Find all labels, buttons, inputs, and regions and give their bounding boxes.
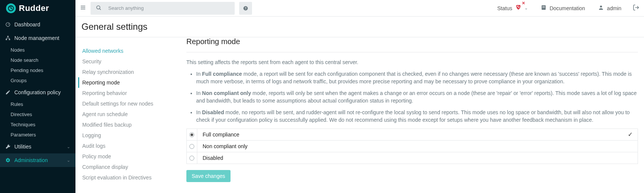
sidebar-sub-rules[interactable]: Rules — [0, 99, 75, 109]
chevron-down-icon: ⌄ — [524, 6, 528, 11]
radio-cell[interactable] — [187, 152, 197, 164]
search-box — [91, 2, 235, 15]
sidebar-sub-directives[interactable]: Directives — [0, 109, 75, 119]
subnav-item[interactable]: Script evaluation in Directives — [82, 172, 181, 183]
search-icon — [96, 5, 101, 12]
sidebar-sub-parameters[interactable]: Parameters — [0, 130, 75, 140]
documentation-link[interactable]: Documentation — [541, 5, 585, 12]
page-header: General settings — [75, 17, 644, 37]
divider — [186, 52, 638, 52]
brand-logo-icon — [6, 3, 16, 13]
sidebar-label: Utilities — [14, 144, 31, 150]
option-label: Full compliance — [197, 129, 623, 140]
sidebar-sub-groups[interactable]: Groups — [0, 75, 75, 86]
topbar: ? Status ✕ ⌄ Documentation admin — [75, 0, 644, 17]
radio-cell[interactable] — [187, 129, 197, 140]
radio-icon[interactable] — [189, 156, 194, 161]
selected-check — [623, 140, 638, 152]
sidebar-sub-nodes[interactable]: Nodes — [0, 45, 75, 55]
svg-point-1 — [9, 7, 10, 8]
documentation-label: Documentation — [550, 5, 585, 11]
sidebar-sub-pending-nodes[interactable]: Pending nodes — [0, 65, 75, 75]
sidebar-label: Administration — [14, 157, 48, 163]
sidebar: Rudder Dashboard Node management Nodes N… — [0, 0, 75, 193]
subnav-item[interactable]: Default settings for new nodes — [82, 98, 181, 109]
subnav-item[interactable]: Policy mode — [82, 151, 181, 162]
option-row[interactable]: Disabled — [187, 152, 638, 164]
section-heading: Reporting mode — [186, 37, 638, 46]
sidebar-item-dashboard[interactable]: Dashboard — [0, 18, 75, 31]
list-item: In Non compliant only mode, reports will… — [196, 90, 638, 104]
pencil-icon — [5, 90, 11, 95]
reporting-mode-options: Full compliance✓Non compliant onlyDisabl… — [186, 129, 638, 164]
option-row[interactable]: Non compliant only — [187, 140, 638, 152]
svg-text:?: ? — [245, 6, 247, 10]
gear-icon — [5, 158, 11, 163]
wrench-icon — [5, 144, 11, 149]
intro-text: This setting affects the reports sent fr… — [186, 59, 638, 65]
brand-name: Rudder — [19, 3, 49, 13]
svg-point-6 — [97, 6, 100, 9]
mode-description-list: In Full compliance mode, a report will b… — [186, 70, 638, 124]
radio-cell[interactable] — [187, 140, 197, 152]
option-label: Disabled — [197, 152, 623, 164]
subnav-item[interactable]: Logging — [82, 130, 181, 141]
sidebar-item-utilities[interactable]: Utilities ⌄ — [0, 140, 75, 153]
status-label: Status — [497, 5, 512, 11]
status-indicator[interactable]: Status ✕ ⌄ — [497, 4, 528, 12]
sidebar-item-administration[interactable]: Administration ⌄ — [0, 153, 75, 167]
option-label: Non compliant only — [197, 140, 623, 152]
radio-icon[interactable] — [189, 132, 194, 137]
sidebar-sub-techniques[interactable]: Techniques — [0, 119, 75, 130]
status-error-icon: ✕ — [522, 1, 525, 6]
subnav-item[interactable]: Reporting mode — [78, 77, 181, 88]
sidebar-item-node-management[interactable]: Node management — [0, 31, 75, 45]
page-title: General settings — [81, 21, 148, 32]
list-item: In Full compliance mode, a report will b… — [196, 70, 638, 85]
radio-icon[interactable] — [189, 144, 194, 149]
menu-toggle-icon[interactable] — [80, 5, 86, 12]
subnav-item[interactable]: Modified files backup — [82, 119, 181, 130]
svg-rect-11 — [542, 7, 545, 8]
main-content: Reporting mode This setting affects the … — [186, 37, 638, 193]
book-icon — [541, 5, 547, 12]
selected-check — [623, 152, 638, 164]
sidebar-label: Configuration policy — [14, 89, 61, 95]
svg-rect-10 — [542, 6, 545, 7]
subnav-item[interactable]: Audit logs — [82, 141, 181, 151]
subnav-item[interactable]: Compliance display — [82, 162, 181, 172]
selected-check: ✓ — [623, 129, 638, 140]
subnav-item[interactable]: Relay synchronization — [82, 67, 181, 77]
search-input[interactable] — [108, 5, 229, 11]
svg-rect-3 — [7, 36, 9, 37]
help-button[interactable]: ? — [239, 2, 252, 15]
svg-rect-5 — [9, 39, 10, 40]
sidebar-item-config-policy[interactable]: Configuration policy — [0, 86, 75, 99]
subnav-item[interactable]: Allowed networks — [82, 46, 181, 56]
subnav-item[interactable]: Reporting behavior — [82, 88, 181, 98]
dashboard-icon — [5, 22, 11, 27]
subnav-item[interactable]: Security — [82, 56, 181, 67]
user-name: admin — [607, 5, 621, 11]
list-item: In Disabled mode, no reports will be sen… — [196, 109, 638, 124]
svg-point-12 — [600, 6, 602, 8]
svg-rect-4 — [6, 39, 7, 40]
sidebar-label: Node management — [14, 35, 59, 41]
option-row[interactable]: Full compliance✓ — [187, 129, 638, 140]
save-button[interactable]: Save changes — [186, 170, 231, 182]
sitemap-icon — [5, 35, 11, 41]
sidebar-label: Dashboard — [14, 21, 40, 28]
heartbeat-icon: ✕ — [515, 4, 522, 12]
settings-subnav: Allowed networksSecurityRelay synchroniz… — [75, 37, 181, 193]
user-icon — [598, 5, 604, 12]
chevron-down-icon: ⌄ — [67, 144, 70, 149]
user-menu[interactable]: admin — [598, 5, 621, 12]
subnav-item[interactable]: Agent run schedule — [82, 109, 181, 119]
sidebar-sub-node-search[interactable]: Node search — [0, 55, 75, 65]
logout-icon[interactable] — [633, 4, 639, 12]
chevron-down-icon: ⌄ — [67, 158, 70, 163]
brand-row: Rudder — [0, 0, 75, 18]
